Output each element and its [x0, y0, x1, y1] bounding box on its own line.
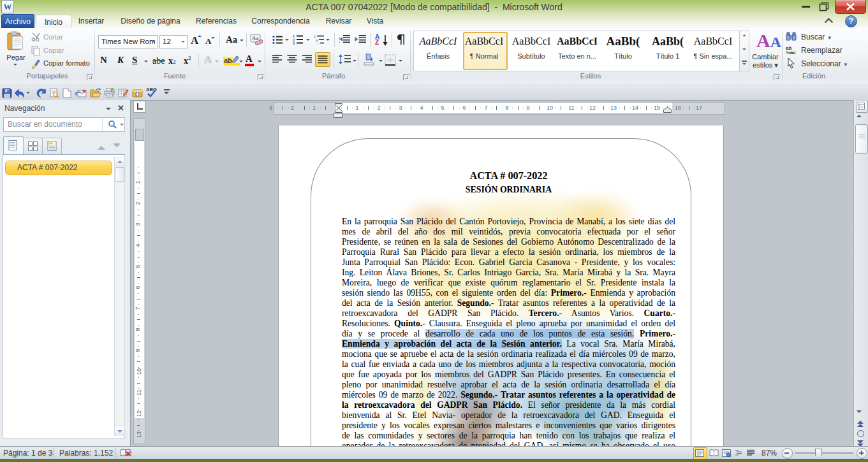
svg-text:3: 3 — [293, 41, 295, 45]
svg-text:i: i — [318, 41, 318, 45]
svg-text:Aa: Aa — [252, 35, 259, 41]
svg-text:ac: ac — [790, 50, 796, 55]
